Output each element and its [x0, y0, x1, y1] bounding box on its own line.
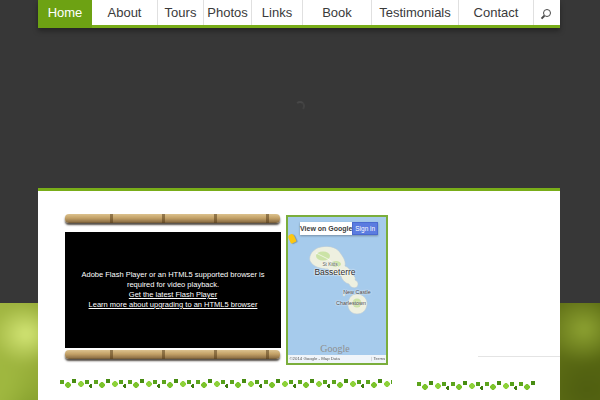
- flash-required-message: Adobe Flash Player or an HTML5 supported…: [75, 270, 271, 290]
- search-button[interactable]: [533, 0, 559, 25]
- upgrade-html5-link[interactable]: Learn more about upgrading to an HTML5 b…: [89, 300, 258, 310]
- main-navigation: Home About Tours Photos Links Book Testi…: [38, 0, 560, 28]
- page-column: Home About Tours Photos Links Book Testi…: [38, 0, 560, 400]
- search-icon: [543, 9, 551, 17]
- vine-border-right: [415, 379, 535, 390]
- google-logo-watermark: Google: [320, 343, 349, 354]
- vine-border-left: [58, 377, 392, 390]
- map-label-newcastle: New Castle: [343, 289, 371, 294]
- map-top-bar: View on Google Sign in: [300, 222, 378, 235]
- map-label-basseterre: Basseterre: [314, 267, 355, 277]
- sign-in-button[interactable]: Sign in: [352, 222, 378, 235]
- nav-item-links[interactable]: Links: [251, 0, 302, 25]
- sidebar-divider-line: [478, 356, 560, 357]
- map-attribution-bar: ©2014 Google - Map Data Terms of Use: [288, 355, 386, 363]
- island-shapes: [288, 217, 386, 363]
- terms-of-use-link[interactable]: Terms of Use: [371, 357, 388, 361]
- slideshow-placeholder: [38, 31, 560, 188]
- view-on-google-link[interactable]: View on Google: [300, 222, 352, 235]
- bamboo-divider-top: [65, 214, 280, 223]
- map-canvas[interactable]: View on Google Sign in St Kitts Basseter…: [288, 217, 386, 363]
- map-label-charlestown: Charlestown: [336, 300, 366, 305]
- nav-item-tours[interactable]: Tours: [157, 0, 203, 25]
- map-copyright-text: ©2014 Google - Map Data: [288, 357, 340, 361]
- nav-item-photos[interactable]: Photos: [203, 0, 251, 25]
- nav-item-book[interactable]: Book: [302, 0, 371, 25]
- nav-item-about[interactable]: About: [92, 0, 157, 25]
- main-content: Adobe Flash Player or an HTML5 supported…: [38, 188, 560, 400]
- loading-spinner-icon: [295, 101, 305, 111]
- bamboo-divider-bottom: [65, 350, 280, 359]
- nav-item-testimonials[interactable]: Testimonials: [371, 0, 458, 25]
- nav-item-contact[interactable]: Contact: [458, 0, 533, 25]
- map-label-stkitts: St Kitts: [322, 262, 337, 267]
- video-player-placeholder: Adobe Flash Player or an HTML5 supported…: [65, 232, 281, 348]
- nav-item-home[interactable]: Home: [38, 0, 92, 28]
- google-map-widget: View on Google Sign in St Kitts Basseter…: [286, 215, 388, 365]
- get-flash-player-link[interactable]: Get the latest Flash Player: [129, 290, 217, 300]
